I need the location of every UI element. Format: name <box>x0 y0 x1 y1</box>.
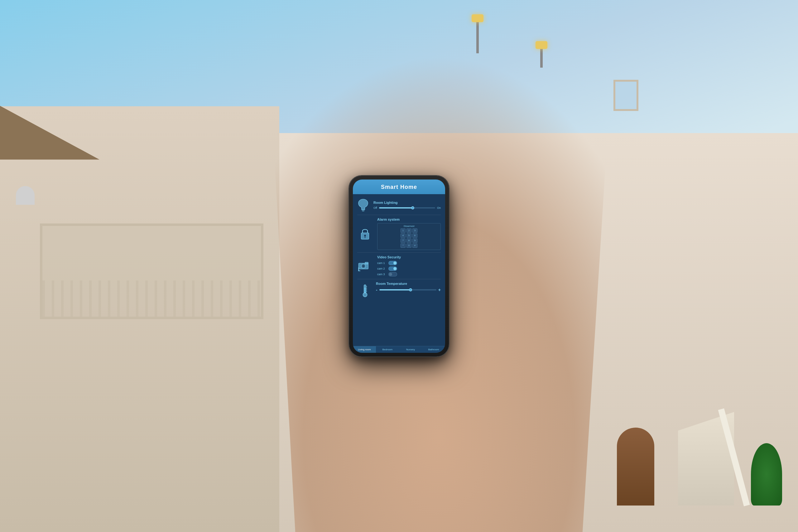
lighting-section: Room Lighting Off On <box>357 198 441 215</box>
temperature-content: Room Temperature - + <box>376 282 441 292</box>
temperature-section: Room Temperature - + <box>357 282 441 299</box>
cam1-toggle[interactable] <box>388 261 397 265</box>
tab-nursery[interactable]: Nursery <box>399 346 422 353</box>
keypad-row-4: * 0 # <box>379 243 439 248</box>
video-section: Video Security cam 1 cam 2 <box>357 255 441 279</box>
lighting-slider[interactable] <box>379 207 435 209</box>
hanging-lamp-1 <box>540 43 543 68</box>
keypad-btn-2[interactable]: 2 <box>406 228 412 233</box>
temperature-title: Room Temperature <box>376 282 441 285</box>
cam-row-2: cam 2 <box>377 266 441 271</box>
svg-point-13 <box>363 293 367 297</box>
alarm-title: Alarm system <box>377 217 441 221</box>
svg-point-7 <box>362 265 364 267</box>
cam-row-3: cam 3 <box>377 272 441 277</box>
cam2-knob <box>393 267 397 270</box>
keypad-row-1: 1 2 3 <box>379 228 439 233</box>
alarm-keypad: Disarmed 1 2 3 4 5 6 <box>377 223 441 250</box>
phone-screen: Smart Home Room Lighting <box>353 179 445 353</box>
room-tabs: Living room Bedroom Nursery Bathroom <box>353 346 445 353</box>
camera-controls: cam 1 cam 2 <box>377 261 441 277</box>
app-title: Smart Home <box>356 184 442 190</box>
keypad-btn-1[interactable]: 1 <box>401 228 405 233</box>
cam1-label: cam 1 <box>377 262 386 265</box>
keypad-btn-hash[interactable]: # <box>413 243 417 248</box>
keypad-btn-9[interactable]: 9 <box>413 239 417 243</box>
cam3-knob <box>389 273 392 276</box>
cam3-toggle[interactable] <box>388 272 397 277</box>
keypad-row-3: 7 8 9 <box>379 239 439 243</box>
tab-living-room[interactable]: Living room <box>353 346 376 353</box>
temperature-slider-row: - + <box>376 287 441 292</box>
svg-rect-8 <box>365 262 368 264</box>
lighting-icon <box>357 198 369 212</box>
hanging-lamp-2 <box>476 16 479 53</box>
lighting-slider-row: Off On <box>374 206 441 209</box>
cam2-toggle[interactable] <box>388 266 397 271</box>
keypad-btn-3[interactable]: 3 <box>413 228 417 233</box>
app-content: Room Lighting Off On <box>353 194 445 346</box>
keypad-btn-8[interactable]: 8 <box>406 239 412 243</box>
temp-plus-button[interactable]: + <box>438 287 441 292</box>
video-content: Video Security cam 1 cam 2 <box>377 255 441 277</box>
temperature-thumb[interactable] <box>409 288 412 291</box>
lighting-slider-thumb[interactable] <box>411 206 414 209</box>
tab-bedroom[interactable]: Bedroom <box>376 346 399 353</box>
phone-body: Smart Home Room Lighting <box>349 176 449 357</box>
keypad-row-2: 4 5 6 <box>379 233 439 238</box>
alarm-icon <box>357 227 373 241</box>
house-left-wing <box>0 106 279 532</box>
phone-wrapper: Smart Home Room Lighting <box>349 176 449 357</box>
keypad-btn-4[interactable]: 4 <box>401 233 405 238</box>
plant <box>751 443 782 506</box>
camera-svg <box>358 261 372 271</box>
cam-row-1: cam 1 <box>377 261 441 265</box>
tab-bathroom[interactable]: Bathroom <box>422 346 445 353</box>
camera-icon <box>357 261 373 271</box>
lock-svg <box>359 227 371 241</box>
keypad-btn-star[interactable]: * <box>401 243 405 248</box>
satellite-dish <box>16 186 35 205</box>
balcony <box>40 224 263 319</box>
lighting-content: Room Lighting Off On <box>374 201 441 209</box>
front-door <box>617 428 654 506</box>
app-header: Smart Home <box>353 179 445 194</box>
lighting-slider-fill <box>379 207 413 209</box>
lighting-title: Room Lighting <box>374 201 441 205</box>
cam3-label: cam 3 <box>377 273 386 276</box>
lighting-on-label: On <box>437 206 441 209</box>
keypad-btn-7[interactable]: 7 <box>401 239 405 243</box>
bulb-svg <box>357 198 369 212</box>
keypad-btn-6[interactable]: 6 <box>413 233 417 238</box>
svg-rect-12 <box>364 288 365 293</box>
alarm-section: Alarm system Disarmed 1 2 3 4 5 <box>357 217 441 253</box>
video-title: Video Security <box>377 255 441 259</box>
house-roof <box>0 97 99 159</box>
balcony-railing <box>42 281 261 317</box>
keypad-btn-5[interactable]: 5 <box>406 233 412 238</box>
temperature-slider[interactable] <box>379 289 436 290</box>
keypad-btn-0[interactable]: 0 <box>406 243 412 248</box>
lighting-off-label: Off <box>374 206 377 209</box>
temperature-icon <box>357 282 373 298</box>
temp-minus-button[interactable]: - <box>376 287 378 292</box>
cam2-label: cam 2 <box>377 267 386 270</box>
temperature-fill <box>379 289 411 290</box>
alarm-status: Disarmed <box>379 225 439 228</box>
window <box>613 80 639 111</box>
thermometer-svg <box>362 284 368 298</box>
cam1-knob <box>393 262 397 265</box>
alarm-content: Alarm system Disarmed 1 2 3 4 5 <box>377 217 441 250</box>
